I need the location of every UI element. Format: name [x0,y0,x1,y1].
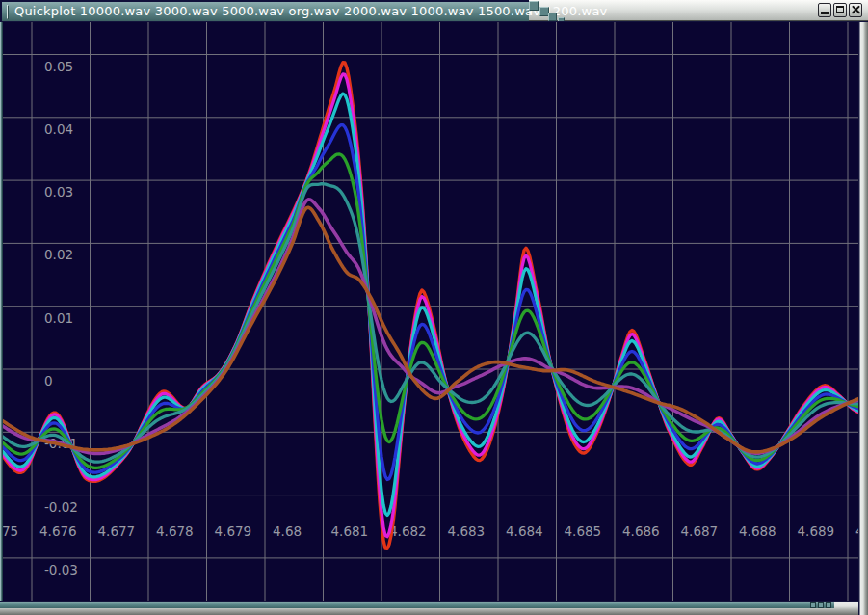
x-tick-label: 4.683 [448,523,486,539]
x-tick-label: 4.682 [389,523,427,539]
x-tick-label: 4.679 [215,523,252,539]
y-tick-label: 0.04 [44,121,73,137]
waveform-5000.wav [3,94,858,515]
app-window-icon[interactable] [7,5,9,19]
quickplot-window: Quickplot 10000.wav 3000.wav 5000.wav or… [0,0,868,615]
waveform-plot-canvas: 4.6754.6764.6774.6784.6794.684.6814.6824… [3,22,858,601]
minimize-icon [821,12,829,14]
y-tick-label: 0.01 [44,310,73,326]
x-tick-label: 4.676 [39,523,77,539]
x-tick-label: 4.688 [739,523,776,539]
waveform-3000.wav [3,125,858,480]
x-tick-label: 4.685 [565,523,602,539]
y-tick-label: 0.03 [44,184,73,200]
window-frame-bottom-accent [0,602,834,608]
x-tick-label: 4.678 [156,523,194,539]
x-tick-label: 4.677 [98,523,136,539]
y-tick-label: 0.02 [44,247,73,262]
minimize-button[interactable] [818,3,831,17]
x-tick-label: 4.687 [681,523,719,539]
titlebar-step-decoration [529,1,539,11]
waveform-org.wav [3,63,858,549]
x-tick-label: 4.68 [273,523,302,539]
y-tick-label: -0.02 [44,499,78,515]
window-frame-left[interactable] [0,22,3,601]
resize-grip[interactable] [826,602,831,608]
y-tick-label: 0 [44,373,53,388]
resize-grip[interactable] [810,602,816,608]
close-button[interactable] [849,3,862,17]
x-tick-label: 4.681 [331,523,369,539]
resize-grip[interactable] [818,602,824,608]
waveform-10000.wav [3,74,858,537]
window-controls [818,3,862,17]
titlebar-active-area[interactable]: Quickplot 10000.wav 3000.wav 5000.wav or… [0,0,529,21]
window-frame-right[interactable] [858,22,868,615]
maximize-button[interactable] [833,3,847,17]
x-tick-label: 4.686 [622,523,660,539]
y-tick-label: 0.05 [44,59,73,74]
window-title: Quickplot 10000.wav 3000.wav 5000.wav or… [14,2,608,21]
x-tick-label: 4.675 [3,523,18,539]
x-tick-label: 4.684 [506,523,543,539]
titlebar-step-decoration [548,13,557,21]
x-tick-label: 4.689 [798,523,835,539]
y-tick-label: -0.03 [44,562,78,577]
titlebar[interactable]: Quickplot 10000.wav 3000.wav 5000.wav or… [0,0,868,22]
maximize-icon [836,6,844,13]
